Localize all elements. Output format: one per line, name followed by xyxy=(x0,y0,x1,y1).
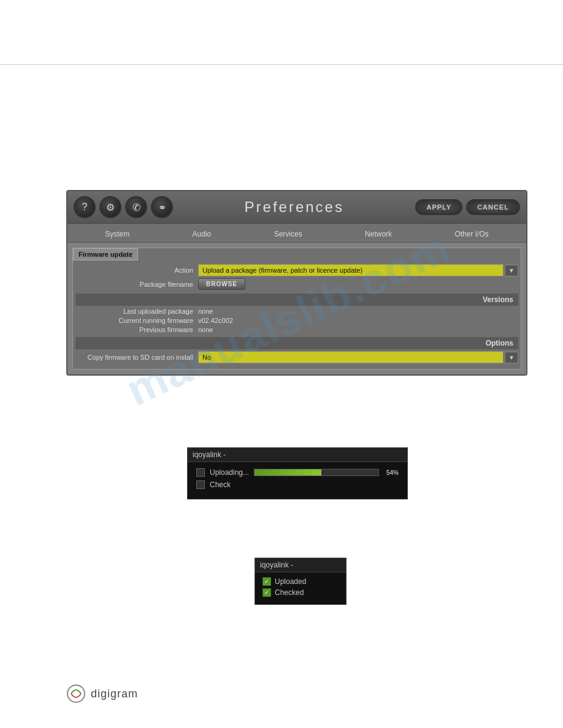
action-label: Action xyxy=(75,267,198,274)
firmware-section: Firmware update Action Upload a package … xyxy=(72,248,521,370)
check-label: Check xyxy=(210,480,231,489)
phone-icon[interactable]: ✆ xyxy=(125,196,147,218)
checked-label: Checked xyxy=(275,588,304,597)
action-dropdown: Upload a package (firmware, patch or lic… xyxy=(198,264,518,276)
progress-text: 54% xyxy=(386,469,399,476)
copy-firmware-dropdown-box[interactable]: No xyxy=(198,351,504,363)
options-header: Options xyxy=(75,337,518,349)
top-divider xyxy=(0,64,563,65)
copy-firmware-row: Copy firmware to SD card on install No ▼ xyxy=(75,351,518,363)
logo-text: digigram xyxy=(91,688,138,700)
upload-dialog: iqoyalink - Uploading... 54% Check xyxy=(187,447,408,499)
settings-icon[interactable]: ⚙ xyxy=(99,196,121,218)
upload-dialog-content: Uploading... 54% Check xyxy=(188,462,407,499)
versions-header: Versions xyxy=(75,294,518,306)
tab-other-ios[interactable]: Other I/Os xyxy=(448,227,494,242)
firmware-title: Firmware update xyxy=(73,248,138,260)
progress-bar-container xyxy=(254,469,379,476)
uploading-row: Uploading... 54% xyxy=(196,468,399,477)
uploaded-check-icon: ✓ xyxy=(262,577,271,586)
preferences-panel: ? ⚙ ✆ ⚭ Preferences APPLY CANCEL System … xyxy=(66,190,527,376)
check-checkbox xyxy=(196,480,205,489)
browse-button[interactable]: BROWSE xyxy=(198,278,245,290)
copy-firmware-label: Copy firmware to SD card on install xyxy=(75,354,198,361)
last-uploaded-label: Last uploaded package xyxy=(75,308,198,315)
logo-svg xyxy=(66,684,86,703)
tab-audio[interactable]: Audio xyxy=(186,227,218,242)
current-firmware-row: Current running firmware v02.42c002 xyxy=(75,317,518,324)
action-dropdown-arrow[interactable]: ▼ xyxy=(505,265,518,276)
footer-logo: digigram xyxy=(66,684,138,703)
preferences-header: ? ⚙ ✆ ⚭ Preferences APPLY CANCEL xyxy=(67,191,526,224)
help-icon[interactable]: ? xyxy=(74,196,96,218)
cancel-button[interactable]: CANCEL xyxy=(466,199,520,215)
copy-firmware-dropdown: No ▼ xyxy=(198,351,518,363)
uploading-label: Uploading... xyxy=(210,468,249,477)
previous-firmware-value: none xyxy=(198,326,518,333)
action-dropdown-value: Upload a package (firmware, patch or lic… xyxy=(202,267,362,274)
tab-divider xyxy=(67,242,526,243)
tabs-container: System Audio Services Network Other I/Os xyxy=(67,224,526,242)
previous-firmware-row: Previous firmware none xyxy=(75,326,518,333)
uploaded-dialog-content: ✓ Uploaded ✓ Checked xyxy=(255,572,346,604)
uploading-checkbox xyxy=(196,468,205,477)
network-icon[interactable]: ⚭ xyxy=(151,196,173,218)
tab-services[interactable]: Services xyxy=(268,227,308,242)
uploaded-row: ✓ Uploaded xyxy=(262,577,339,586)
check-row: Check xyxy=(196,480,399,489)
tab-network[interactable]: Network xyxy=(359,227,398,242)
header-buttons: APPLY CANCEL xyxy=(415,199,520,215)
apply-button[interactable]: APPLY xyxy=(415,199,462,215)
action-dropdown-box[interactable]: Upload a package (firmware, patch or lic… xyxy=(198,264,504,276)
tab-system[interactable]: System xyxy=(99,227,136,242)
last-uploaded-row: Last uploaded package none xyxy=(75,308,518,315)
firmware-content: Action Upload a package (firmware, patch… xyxy=(73,260,521,369)
checked-check-icon: ✓ xyxy=(262,588,271,597)
previous-firmware-label: Previous firmware xyxy=(75,326,198,333)
progress-bar-fill xyxy=(255,469,321,476)
uploaded-dialog-titlebar: iqoyalink - xyxy=(255,558,346,572)
package-filename-label: Package filename xyxy=(75,281,198,288)
current-firmware-value: v02.42c002 xyxy=(198,317,518,324)
copy-firmware-value: No xyxy=(202,354,211,361)
svg-point-0 xyxy=(67,685,85,702)
action-row: Action Upload a package (firmware, patch… xyxy=(75,264,518,276)
uploaded-dialog: iqoyalink - ✓ Uploaded ✓ Checked xyxy=(255,558,347,605)
uploaded-label: Uploaded xyxy=(275,577,306,586)
copy-firmware-arrow[interactable]: ▼ xyxy=(505,352,518,363)
last-uploaded-value: none xyxy=(198,308,518,315)
upload-dialog-titlebar: iqoyalink - xyxy=(188,448,407,462)
header-icons: ? ⚙ ✆ ⚭ xyxy=(74,196,173,218)
checked-row: ✓ Checked xyxy=(262,588,339,597)
browse-container: BROWSE xyxy=(198,278,245,290)
current-firmware-label: Current running firmware xyxy=(75,317,198,324)
package-filename-row: Package filename BROWSE xyxy=(75,278,518,290)
preferences-title: Preferences xyxy=(173,199,415,216)
